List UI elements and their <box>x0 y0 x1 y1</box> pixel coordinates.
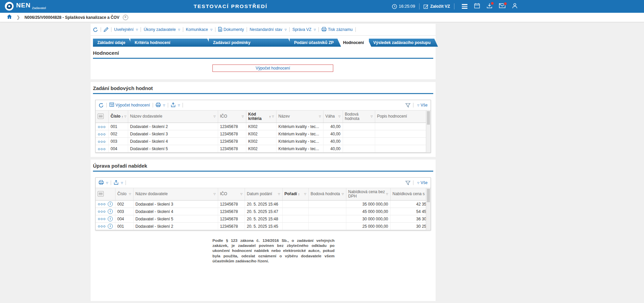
column-header-cislo[interactable]: Číslo▽ <box>115 188 133 201</box>
column-header-cena-s-dph[interactable]: Nabídková cena s DPH <box>390 188 431 201</box>
edit-button[interactable] <box>104 27 108 32</box>
downloads-button[interactable] <box>487 3 492 10</box>
filter-caret-icon[interactable]: ▽ <box>304 193 306 196</box>
create-vz-button[interactable]: Založit VZ <box>424 4 450 9</box>
table-row[interactable]: i 004 Dodavatel - školení 5 12345678 20.… <box>96 215 431 223</box>
filter-caret-icon[interactable]: ▽ <box>129 193 131 196</box>
table-row[interactable]: 003 Dodavatel - školení 4 12345678 K002 … <box>96 138 431 145</box>
filter-button[interactable] <box>405 181 410 185</box>
table-row[interactable]: i 001 Dodavatel - školení 2 12345678 20.… <box>96 223 431 230</box>
column-header-nazev[interactable]: Název▽ <box>276 111 323 123</box>
row-menu-button[interactable] <box>98 133 106 136</box>
divider <box>126 180 126 185</box>
user-button[interactable] <box>512 3 517 10</box>
column-header-vaha[interactable]: Váha▽ <box>323 111 343 123</box>
menu-uverejneni[interactable]: Uveřejnění▽ <box>114 27 138 32</box>
column-header-cislo[interactable]: Číslo↑▽ <box>108 111 128 123</box>
row-menu-button[interactable] <box>98 140 106 143</box>
row-menu-button[interactable] <box>98 210 106 213</box>
column-header-datum-podani[interactable]: Datum podání▽ <box>245 188 282 201</box>
row-menu-button[interactable] <box>98 203 106 206</box>
create-vz-label: Založit VZ <box>430 4 450 9</box>
row-menu-button[interactable] <box>98 125 106 129</box>
filter-caret-icon[interactable]: ▽ <box>240 193 242 196</box>
scrollbar-thumb[interactable] <box>427 111 430 125</box>
messages-button[interactable] <box>499 3 505 9</box>
filter-caret-icon[interactable]: ▽ <box>242 115 244 118</box>
tab-kriteria-hodnoceni[interactable]: Kritéria hodnocení <box>130 39 211 47</box>
divider <box>183 27 183 32</box>
scrollbar-thumb[interactable] <box>427 189 430 202</box>
close-record-icon[interactable]: ✕ <box>123 15 128 20</box>
table-row[interactable]: i 003 Dodavatel - školení 4 12345678 20.… <box>96 208 431 215</box>
divider <box>111 180 111 185</box>
filter-button[interactable] <box>405 103 410 107</box>
column-settings-icon[interactable] <box>98 114 104 119</box>
print-record-button[interactable]: Tisk záznamu <box>321 27 353 33</box>
filter-caret-icon[interactable]: ▽ <box>338 115 340 118</box>
column-header-kod-kriteria[interactable]: Kód kritéria↑▽ <box>246 111 276 123</box>
column-header-ico[interactable]: IČO▽ <box>218 111 246 123</box>
table-scrollbar[interactable] <box>426 111 431 153</box>
info-icon[interactable]: i <box>108 224 113 229</box>
export-button[interactable]: ▽ <box>171 102 180 108</box>
table-row[interactable]: 004 Dodavatel - školení 5 12345678 K002 … <box>96 145 431 153</box>
table-row[interactable]: i 002 Dodavatel - školení 3 12345678 20.… <box>96 201 431 208</box>
info-icon[interactable]: i <box>108 216 113 221</box>
column-settings-header[interactable] <box>96 188 115 201</box>
tab-podani-ucastniku[interactable]: Podání účastníků ZP <box>290 39 341 47</box>
filter-caret-icon[interactable]: ▽ <box>213 193 215 196</box>
nen-logo[interactable]: NEN Zadavatel <box>5 2 46 11</box>
filter-caret-icon[interactable]: ▽ <box>213 115 215 118</box>
filter-caret-icon[interactable]: ▽ <box>278 193 280 196</box>
filter-caret-icon[interactable]: ▽ <box>342 193 344 196</box>
filter-caret-icon[interactable]: ▽ <box>386 193 388 196</box>
tab-zadavaci-podminky[interactable]: Zadávací podmínky <box>209 39 292 47</box>
table-row[interactable]: 002 Dodavatel - školení 3 12345678 K002 … <box>96 130 431 138</box>
view-all-button[interactable]: ▽Vše <box>416 103 428 107</box>
menu-button[interactable] <box>462 4 467 9</box>
column-header-bodova-hodnota[interactable]: Bodová hodnota▽ <box>308 188 346 201</box>
compute-evaluation-button[interactable]: Výpočet hodnocení <box>212 64 333 72</box>
column-header-nazev-dodavatele[interactable]: Název dodavatele▽ <box>128 111 218 123</box>
column-header-cena-bez-dph[interactable]: Nabídková cena bez DPH▽ <box>346 188 390 201</box>
export-button[interactable]: ▽ <box>114 180 123 186</box>
menu-dokumenty[interactable]: Dokumenty <box>218 27 244 33</box>
print-button[interactable]: ▽ <box>99 180 108 186</box>
filter-caret-icon[interactable]: ▽ <box>319 115 321 118</box>
filter-caret-icon[interactable]: ▽ <box>272 115 274 118</box>
filter-caret-icon[interactable]: ▽ <box>124 115 126 118</box>
info-icon[interactable]: i <box>108 202 113 207</box>
column-settings-header[interactable] <box>96 111 108 123</box>
tab-vysledek[interactable]: Výsledek zadávacího postupu <box>369 39 438 47</box>
column-header-bodova-hodnota[interactable]: Bodová hodnota▽ <box>343 111 375 123</box>
tab-hodnoceni[interactable]: Hodnocení <box>339 39 371 47</box>
menu-komunikace[interactable]: Komunikace▽ <box>186 27 212 32</box>
compute-evaluation-link[interactable]: Výpočet hodnocení <box>109 102 150 108</box>
column-header-ico[interactable]: IČO▽ <box>218 188 245 201</box>
refresh-button[interactable] <box>99 103 104 108</box>
row-menu-button[interactable] <box>98 217 106 221</box>
breadcrumb-current[interactable]: N006/25/V00004828 - Splašková kanalizace… <box>24 15 119 20</box>
view-all-button[interactable]: ▽Vše <box>416 180 428 185</box>
filter-caret-icon[interactable]: ▽ <box>370 115 373 118</box>
column-header-popis-hodnoceni[interactable]: Popis hodnocení <box>375 111 431 123</box>
refresh-button[interactable] <box>93 27 98 32</box>
table-scrollbar[interactable] <box>426 188 431 230</box>
menu-nestandardni-stav[interactable]: Nestandardní stav▽ <box>250 27 287 32</box>
menu-ukony-zadavatele[interactable]: Úkony zadavatele▽ <box>144 27 180 32</box>
menu-sprava-vz[interactable]: Správa VZ▽ <box>292 27 316 32</box>
column-header-nazev-dodavatele[interactable]: Název dodavatele▽ <box>133 188 218 201</box>
caret-down-icon: ▽ <box>314 28 316 31</box>
table-row[interactable]: 001 Dodavatel - školení 2 12345678 K002 … <box>96 123 431 130</box>
home-icon[interactable] <box>7 14 12 20</box>
points-table: Číslo↑▽ Název dodavatele▽ IČO▽ Kód krité… <box>96 110 431 153</box>
print-button[interactable]: ▽ <box>156 102 165 108</box>
calendar-button[interactable] <box>474 3 480 10</box>
row-menu-button[interactable] <box>98 147 106 151</box>
tab-zakladni-udaje[interactable]: Základní údaje <box>93 39 133 47</box>
row-menu-button[interactable] <box>98 225 106 228</box>
column-settings-icon[interactable] <box>98 191 104 197</box>
column-header-poradi[interactable]: Pořadí↑▽ <box>282 188 308 201</box>
info-icon[interactable]: i <box>108 209 113 214</box>
